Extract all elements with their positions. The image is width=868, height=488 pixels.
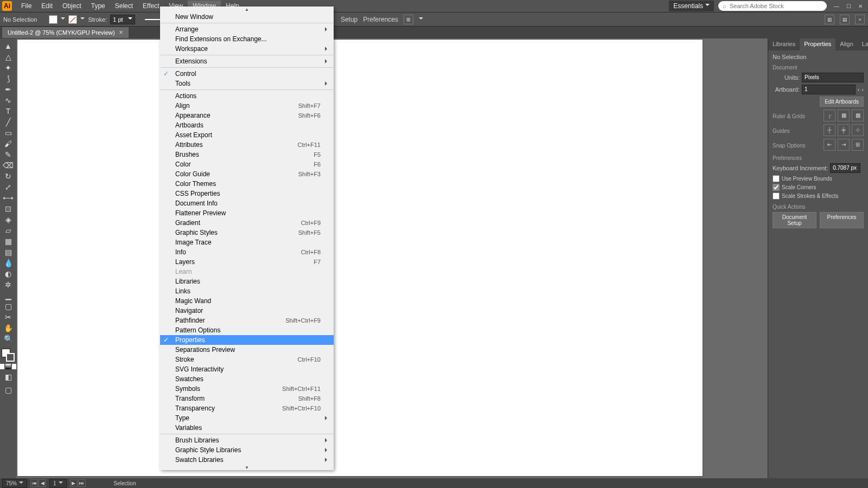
fill-swatch[interactable] bbox=[49, 15, 58, 24]
minimize-button[interactable]: — bbox=[831, 2, 842, 10]
search-input[interactable] bbox=[730, 3, 822, 9]
units-select[interactable]: Pixels bbox=[802, 73, 864, 82]
lasso-tool[interactable]: ⟆ bbox=[2, 73, 14, 84]
zoom-field[interactable]: 75% bbox=[2, 479, 27, 488]
shaper-tool[interactable]: ✎ bbox=[2, 149, 14, 160]
artboard[interactable] bbox=[17, 40, 703, 476]
guides-lock-icon[interactable]: ╪ bbox=[838, 124, 850, 136]
pen-tool[interactable]: ✒ bbox=[2, 84, 14, 95]
menu-item-svg-interactivity[interactable]: SVG Interactivity bbox=[160, 364, 334, 374]
menu-item-css-properties[interactable]: CSS Properties bbox=[160, 189, 334, 198]
menu-item-pattern-options[interactable]: Pattern Options bbox=[160, 325, 334, 335]
layout-icon-2[interactable]: ▤ bbox=[840, 15, 850, 24]
menu-item-tools[interactable]: Tools bbox=[160, 79, 334, 88]
menu-item-type[interactable]: Type bbox=[160, 413, 334, 423]
free-transform-tool[interactable]: ⊡ bbox=[2, 203, 14, 214]
panel-tab-libraries[interactable]: Libraries bbox=[768, 38, 800, 50]
document-setup-button[interactable]: Document Setup bbox=[773, 212, 816, 228]
zoom-tool[interactable]: 🔍 bbox=[2, 333, 14, 344]
symbol-sprayer-tool[interactable]: ✲ bbox=[2, 279, 14, 290]
transparency-grid-icon[interactable]: ▩ bbox=[852, 110, 864, 121]
prev-artboard-button[interactable]: ◀ bbox=[39, 479, 46, 487]
kbd-increment-input[interactable]: 0.7087 px bbox=[830, 163, 860, 173]
artboard-select[interactable]: 1 bbox=[802, 85, 856, 94]
menu-item-gradient[interactable]: GradientCtrl+F9 bbox=[160, 218, 334, 228]
menu-item-appearance[interactable]: AppearanceShift+F6 bbox=[160, 111, 334, 120]
panel-tab-layers[interactable]: Layers bbox=[858, 38, 868, 50]
mesh-tool[interactable]: ▦ bbox=[2, 236, 14, 247]
menu-item-symbols[interactable]: SymbolsShift+Ctrl+F11 bbox=[160, 384, 334, 394]
perspective-tool[interactable]: ▱ bbox=[2, 225, 14, 236]
artboard-tool[interactable]: ▢ bbox=[2, 301, 14, 312]
hand-tool[interactable]: ✋ bbox=[2, 323, 14, 333]
eraser-tool[interactable]: ⌫ bbox=[2, 160, 14, 171]
menu-item-image-trace[interactable]: Image Trace bbox=[160, 237, 334, 247]
layout-icon-1[interactable]: ▥ bbox=[825, 15, 834, 24]
canvas-area[interactable] bbox=[16, 38, 768, 478]
shape-builder-tool[interactable]: ◈ bbox=[2, 214, 14, 225]
menu-item-info[interactable]: InfoCtrl+F8 bbox=[160, 247, 334, 257]
menu-item-document-info[interactable]: Document Info bbox=[160, 198, 334, 208]
close-tab-icon[interactable]: × bbox=[119, 29, 123, 36]
guides-visibility-icon[interactable]: ┼ bbox=[824, 124, 835, 136]
next-artboard-button[interactable]: ▶ bbox=[70, 479, 78, 487]
scale-tool[interactable]: ⤢ bbox=[2, 182, 14, 192]
menu-item-color[interactable]: ColorF6 bbox=[160, 159, 334, 169]
menu-item-flattener-preview[interactable]: Flattener Preview bbox=[160, 208, 334, 218]
menu-item-layers[interactable]: LayersF7 bbox=[160, 257, 334, 267]
preferences-link[interactable]: Preferences bbox=[363, 16, 398, 23]
panel-tab-properties[interactable]: Properties bbox=[800, 38, 835, 50]
rotate-tool[interactable]: ↻ bbox=[2, 171, 14, 182]
first-artboard-button[interactable]: ⏮ bbox=[30, 479, 38, 487]
last-artboard-button[interactable]: ⏭ bbox=[78, 479, 86, 487]
menu-item-libraries[interactable]: Libraries bbox=[160, 277, 334, 286]
menu-item-swatch-libraries[interactable]: Swatch Libraries bbox=[160, 455, 334, 465]
blend-tool[interactable]: ◐ bbox=[2, 268, 14, 279]
ruler-icon[interactable]: ┌ bbox=[824, 110, 835, 121]
menu-edit[interactable]: Edit bbox=[36, 1, 58, 11]
menu-item-navigator[interactable]: Navigator bbox=[160, 306, 334, 316]
snap-grid-icon[interactable]: ⊞ bbox=[852, 139, 864, 151]
menu-item-asset-export[interactable]: Asset Export bbox=[160, 130, 334, 140]
menu-select[interactable]: Select bbox=[110, 1, 138, 11]
menu-item-find-extensions-on-exchange-[interactable]: Find Extensions on Exchange... bbox=[160, 34, 334, 44]
eyedropper-tool[interactable]: 💧 bbox=[2, 258, 14, 268]
rectangle-tool[interactable]: ▭ bbox=[2, 127, 14, 138]
menu-item-graphic-style-libraries[interactable]: Graphic Style Libraries bbox=[160, 445, 334, 455]
direct-selection-tool[interactable]: △ bbox=[2, 52, 14, 62]
document-tab[interactable]: Untitled-2 @ 75% (CMYK/GPU Preview) × bbox=[2, 27, 129, 38]
line-tool[interactable]: ╱ bbox=[2, 117, 14, 127]
chevron-down-icon[interactable] bbox=[61, 16, 65, 23]
menu-item-brushes[interactable]: BrushesF5 bbox=[160, 150, 334, 159]
chevron-down-icon[interactable] bbox=[80, 16, 85, 23]
scale-strokes-check[interactable]: Scale Strokes & Effects bbox=[773, 192, 864, 200]
close-window-button[interactable]: ✕ bbox=[855, 2, 866, 10]
menu-item-color-themes[interactable]: Color Themes bbox=[160, 179, 334, 189]
menu-item-graphic-styles[interactable]: Graphic StylesShift+F5 bbox=[160, 228, 334, 237]
graph-tool[interactable]: ▁ bbox=[2, 290, 14, 301]
menu-scroll-up-icon[interactable]: ▲ bbox=[160, 7, 334, 12]
screen-mode-icon[interactable]: ▢ bbox=[2, 384, 14, 395]
panel-tab-align[interactable]: Align bbox=[835, 38, 857, 50]
grid-icon[interactable]: ▦ bbox=[838, 110, 850, 121]
menu-item-artboards[interactable]: Artboards bbox=[160, 120, 334, 130]
snap-pixel-icon[interactable]: ⇤ bbox=[824, 139, 835, 151]
draw-mode-icon[interactable]: ◧ bbox=[2, 371, 14, 382]
menu-item-properties[interactable]: ✓Properties bbox=[160, 335, 334, 345]
menu-item-actions[interactable]: Actions bbox=[160, 91, 334, 101]
menu-item-arrange[interactable]: Arrange bbox=[160, 24, 334, 34]
menu-item-pathfinder[interactable]: PathfinderShift+Ctrl+F9 bbox=[160, 316, 334, 325]
scale-corners-check[interactable]: Scale Corners bbox=[773, 184, 864, 191]
menu-type[interactable]: Type bbox=[86, 1, 110, 11]
fill-stroke-control[interactable] bbox=[2, 349, 15, 362]
document-setup-link[interactable]: Setup bbox=[341, 16, 358, 23]
align-control-icon[interactable]: ⊞ bbox=[404, 15, 413, 24]
menu-item-workspace[interactable]: Workspace bbox=[160, 44, 334, 54]
edit-artboards-button[interactable]: Edit Artboards bbox=[820, 97, 864, 107]
magic-wand-tool[interactable]: ✦ bbox=[2, 62, 14, 73]
menu-item-attributes[interactable]: AttributesCtrl+F11 bbox=[160, 140, 334, 150]
menu-item-separations-preview[interactable]: Separations Preview bbox=[160, 345, 334, 355]
selection-tool[interactable]: ▲ bbox=[2, 41, 14, 52]
expand-panel-icon[interactable]: » bbox=[855, 15, 865, 24]
menu-item-extensions[interactable]: Extensions bbox=[160, 56, 334, 66]
